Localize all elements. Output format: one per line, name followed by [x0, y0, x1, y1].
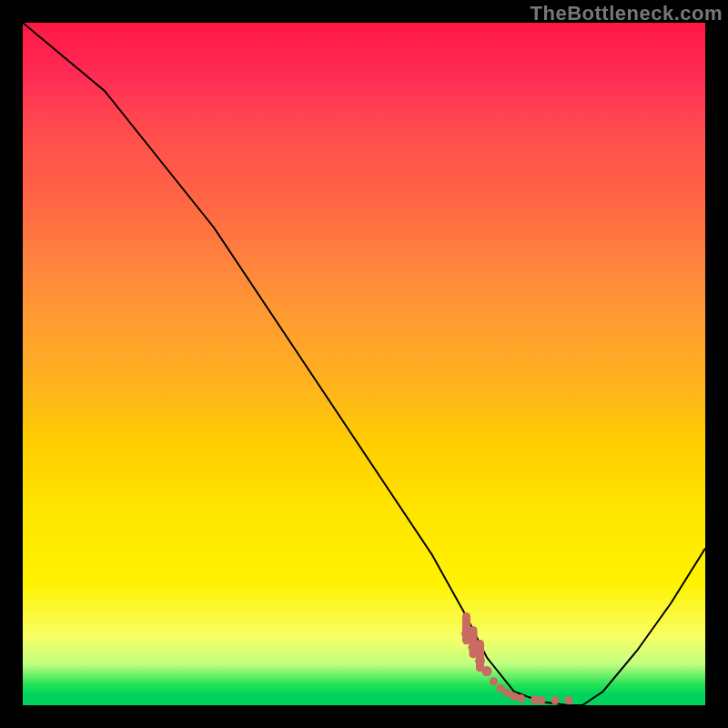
marker-dot: [482, 666, 492, 676]
chart-container: TheBottleneck.com: [0, 0, 728, 728]
plot-area: [23, 23, 705, 705]
bottleneck-curve: [23, 23, 705, 705]
chart-svg: [23, 23, 705, 705]
marker-dot: [475, 656, 485, 666]
marker-dot: [517, 694, 525, 703]
marker-dot: [497, 684, 505, 693]
marker-dot: [565, 696, 573, 704]
watermark-label: TheBottleneck.com: [531, 2, 723, 25]
marker-dot: [490, 677, 498, 685]
optimal-range-markers: [461, 617, 573, 705]
marker-dot: [469, 642, 479, 652]
marker-dot: [538, 696, 546, 704]
marker-dot: [461, 629, 471, 639]
marker-dot: [551, 696, 560, 704]
